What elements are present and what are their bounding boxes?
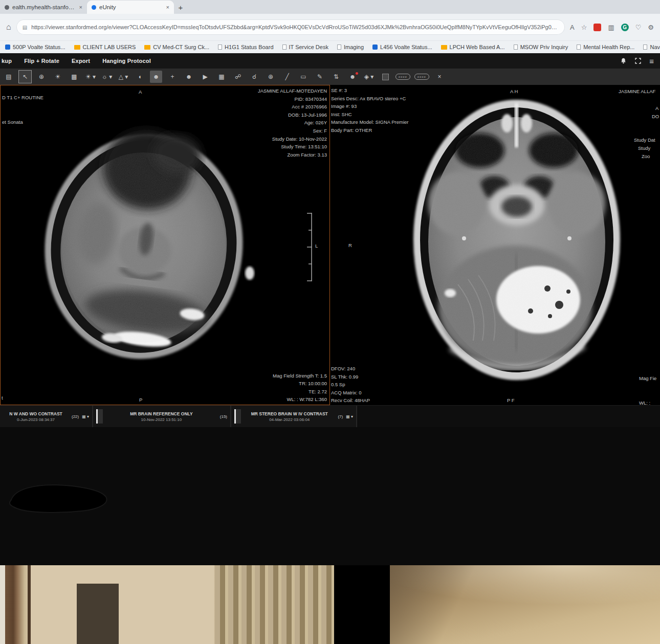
zoom-in-icon[interactable]: ⊕ [265,71,277,83]
patient-photo-icon[interactable]: ☻ [150,71,162,83]
notifications-bell-icon[interactable] [620,57,627,64]
menu-markup[interactable]: kup [2,58,12,64]
viewer-toolbar: ▤ ↖ ⊕ ☀ ▩ ☀ ▾ ☼ ▾ [0,69,660,85]
magnify-tool-icon[interactable]: ⊕ [35,71,48,83]
series-item-mr-brain-reference-only[interactable]: MR BRAIN REFERENCE ONLY 10-Nov-2022 13:5… [93,406,231,427]
bookmark-item[interactable]: Navicare Nurse Call... [643,44,660,50]
bookmark-label: Imaging [344,44,364,50]
upload-person-icon[interactable]: ☻ [183,71,195,83]
clipboard-icon[interactable]: ▤ [3,71,15,83]
bookmark-item[interactable]: L456 Voalte Status... [372,44,432,50]
grammarly-icon[interactable]: G [621,24,629,31]
bookmark-item[interactable]: Imaging [337,44,364,50]
url-field[interactable]: ▤ https://viewer.stanfordmed.org/e/viewe… [16,19,565,35]
measure-line-icon[interactable]: ╱ [281,71,293,83]
cine-range-right[interactable]: oooo [414,74,429,80]
series-title: N W AND WO CONTRAST [3,411,69,416]
bookmark-icon [144,45,150,50]
cine-play-icon[interactable]: ▶ [199,71,211,83]
overlay-line: ACQ Matrix: 0 [331,389,370,397]
brightness-tool-icon[interactable]: ☀ [52,71,64,83]
bookmark-item[interactable]: MSOW Priv Inquiry [514,44,568,50]
bookmark-item[interactable]: H1G1 Status Board [218,44,273,50]
contrast-preset-icon[interactable]: ☼ ▾ [101,71,113,83]
page-security-icon[interactable]: ▤ [23,25,27,30]
address-bar: ⌂ ▤ https://viewer.stanfordmed.org/e/vie… [0,14,660,40]
bookmark-icon [441,45,447,50]
url-text[interactable]: https://viewer.stanfordmed.org/e/viewer?… [31,24,559,30]
corner-text: t [2,394,3,402]
read-aloud-icon[interactable]: A [570,24,575,31]
bookmark-icon [643,45,647,50]
series-options-icon[interactable]: ▦ ▾ [346,414,353,419]
cine-range-left[interactable]: oooo [395,74,410,80]
bookmark-item[interactable]: IT Service Desk [282,44,328,50]
window-level-icon[interactable]: ☀ ▾ [84,71,97,83]
text-annotation-icon[interactable]: ▭ [297,71,310,83]
collaboration-icon[interactable]: ☻ [346,71,359,83]
series-thumbnail-strip[interactable] [96,409,103,424]
bookmark-icon [218,45,222,50]
bookmark-icon [372,45,378,50]
overlay-line: Mag Field Strength T: 1.5 [273,372,327,380]
menu-bar-right-icons: ≡ [620,57,660,65]
sort-swap-icon[interactable]: ⇅ [330,71,342,83]
series-item-mr-stereo-brain-w-iv-contrast[interactable]: MR STEREO BRAIN W IV CONTRAST 04-Mar-202… [231,406,357,427]
link-series-icon[interactable]: ☍ [232,71,244,83]
bookmark-item[interactable]: CLIENT LAB USERS [74,44,136,50]
tab-favicon [5,5,9,10]
unlink-series-icon[interactable]: ☌ [248,71,260,83]
series-item-mr-brain-w-and-wo-contrast[interactable]: N W AND WO CONTRAST 0-Jun-2023 08:34:37 … [0,406,93,427]
bookmark-label: L456 Voalte Status... [380,44,432,50]
pointer-tool-icon[interactable]: ↖ [19,71,31,83]
series-title: MR BRAIN REFERENCE ONLY [106,411,217,416]
tab-close-icon[interactable]: × [166,4,169,10]
tab-myhealth[interactable]: ealth.myhealth-stanfordhea... × [0,1,87,14]
video-feed-row [0,565,660,644]
bookmark-item[interactable]: Mental Health Rep... [577,44,634,50]
viewport-right[interactable]: SE #: 3Series Desc: Ax BRAVO stereo +CIm… [330,85,660,405]
redacted-area [0,427,660,565]
series-date: 10-Nov-2022 13:51:10 [106,417,217,422]
close-viewer-icon[interactable]: × [433,71,446,83]
split-screen-icon[interactable]: ▥ [608,24,614,31]
angle-tool-icon[interactable]: △ ▾ [117,71,129,83]
series-date: 0-Jun-2023 08:34:37 [3,417,69,422]
noise-filter-icon[interactable]: ▩ [68,71,80,83]
series-date: 04-Mar-2022 03:06:04 [244,417,335,422]
invert-icon[interactable]: ◖ [134,71,146,83]
menu-export[interactable]: Export [72,58,90,64]
hamburger-menu-icon[interactable]: ≡ [649,57,654,65]
overlay-line: Zoom Factor: 3.13 [258,151,327,159]
series-image-count: (22) [72,414,79,419]
adblock-extension-icon[interactable] [593,24,601,31]
volume-3d-icon[interactable]: ◈ ▾ [363,71,375,83]
series-thumbnail-strip[interactable] [234,409,241,424]
fullscreen-icon[interactable] [635,58,641,64]
series-options-icon[interactable]: ▦ ▾ [82,414,89,419]
bookmark-item[interactable]: LPCH Web Based A... [441,44,505,50]
settings-gear-icon[interactable]: ⚙ [648,24,654,31]
viewport-left[interactable]: D T1 C+ ROUTINE et Sonata A JASMINE ALLA… [0,85,330,405]
tab-label: ealth.myhealth-stanfordhea... [12,4,76,10]
collections-heart-icon[interactable]: ♡ [635,24,642,31]
bookmark-item[interactable]: 500P Voalte Status... [5,44,65,50]
video-feed-right [390,565,660,644]
viewer-menu-bar: kup Flip + Rotate Export Hanging Protoco… [0,53,660,69]
layout-grid-icon[interactable]: ▦ [215,71,228,83]
tab-eunity[interactable]: eUnity × [87,1,174,14]
acquisition-overlay: DFOV: 240SL Thk: 0.990.5 SpACQ Matrix: 0… [331,365,370,405]
home-icon[interactable]: ⌂ [6,23,11,32]
new-tab-button[interactable]: + [174,1,187,14]
screen: ealth.myhealth-stanfordhea... × eUnity ×… [0,0,660,644]
pan-tool-icon[interactable]: + [166,71,179,83]
overlay-line: Study Date: 10-Nov-2022 [258,135,327,143]
tab-close-icon[interactable]: × [79,4,82,10]
pencil-annotation-icon[interactable]: ✎ [314,71,326,83]
menu-flip-rotate[interactable]: Flip + Rotate [24,58,59,64]
menu-hanging-protocol[interactable]: Hanging Protocol [102,58,151,64]
dicom-viewer-canvas: D T1 C+ ROUTINE et Sonata A JASMINE ALLA… [0,85,660,405]
selection-checkbox[interactable] [379,71,391,83]
favorite-star-icon[interactable]: ☆ [581,24,587,31]
bookmark-item[interactable]: CV Med-CT Surg Ck... [144,44,209,50]
